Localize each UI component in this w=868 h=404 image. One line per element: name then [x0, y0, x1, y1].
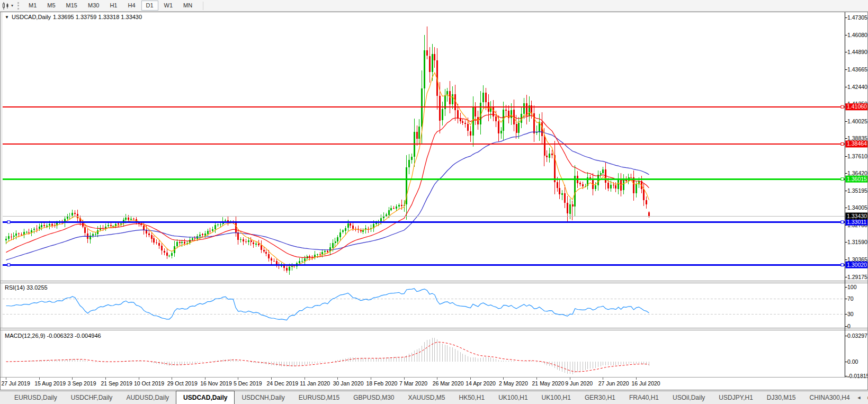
svg-text:16 Jul 2020: 16 Jul 2020: [631, 380, 660, 387]
hline-anchor-right-1.41060[interactable]: [841, 105, 844, 108]
svg-text:3 Sep 2019: 3 Sep 2019: [68, 380, 96, 387]
svg-text:1.46080: 1.46080: [847, 32, 867, 38]
tab-usdjpy-h1[interactable]: USDJPY,H1: [712, 391, 759, 404]
svg-text:11 Jan 2020: 11 Jan 2020: [300, 380, 330, 387]
price-tag-text: 1.36015: [847, 176, 867, 182]
chart-ohlc-readout: 1.33695 1.33759 1.33318 1.33430: [53, 14, 142, 20]
timeframe-button-m15[interactable]: M15: [61, 1, 82, 11]
svg-text:1.40025: 1.40025: [847, 118, 867, 124]
svg-text:0: 0: [847, 323, 851, 329]
tab-fra40-h1[interactable]: FRA40,H1: [622, 391, 666, 404]
svg-text:14 Apr 2020: 14 Apr 2020: [466, 380, 496, 387]
hline-anchor-right-1.36015[interactable]: [841, 178, 844, 181]
chart-window: 1.473051.460801.448901.436651.424401.412…: [0, 12, 868, 390]
hline-anchor-right-1.33011[interactable]: [841, 221, 844, 223]
chart-type-icon[interactable]: [1, 2, 11, 10]
hline-anchor-right-1.38464[interactable]: [841, 142, 844, 145]
svg-text:26 Mar 2020: 26 Mar 2020: [433, 380, 464, 387]
pane-splitter-2[interactable]: [1, 328, 867, 330]
svg-text:-0.018154: -0.018154: [847, 373, 868, 379]
svg-text:30 Jan 2020: 30 Jan 2020: [333, 380, 364, 387]
price-tag-text: 1.38464: [847, 140, 867, 147]
bottom-tabbar: EURUSD,DailyUSDCHF,DailyAUDUSD,DailyUSDC…: [0, 391, 868, 404]
svg-text:27 Jul 2019: 27 Jul 2019: [2, 380, 30, 387]
timeframe-button-h4[interactable]: H4: [123, 1, 140, 11]
tab-xauusd-m5[interactable]: XAUUSD,M5: [401, 391, 452, 404]
svg-text:1.42440: 1.42440: [847, 84, 867, 90]
chart-symbol-period: USDCAD,Daily: [12, 14, 51, 20]
svg-text:0.00: 0.00: [847, 358, 858, 365]
tab-usdcnh-daily[interactable]: USDCNH,Daily: [235, 391, 291, 404]
svg-text:100: 100: [847, 284, 857, 290]
svg-text:5 Dec 2019: 5 Dec 2019: [234, 380, 262, 387]
timeframe-toolbar: M1M5M15M30H1H4D1W1MN: [23, 1, 198, 11]
mt4-application: { "toolbar": { "dropdown_icon": "▾", "ti…: [0, 0, 868, 404]
tab-dj30-m15[interactable]: DJ30,M15: [760, 391, 803, 404]
svg-text:29 Oct 2019: 29 Oct 2019: [167, 380, 198, 387]
hline-anchor-left-1.30020[interactable]: [7, 264, 10, 266]
chart-title-dropdown-icon[interactable]: ▼: [5, 15, 9, 20]
svg-text:24 Dec 2019: 24 Dec 2019: [267, 380, 299, 387]
svg-text:21 May 2020: 21 May 2020: [532, 380, 565, 387]
timeframe-button-mn[interactable]: MN: [178, 1, 197, 11]
svg-text:15 Aug 2019: 15 Aug 2019: [34, 380, 66, 387]
price-tag-text: 1.33430: [847, 213, 867, 219]
svg-text:27 Jun 2020: 27 Jun 2020: [598, 380, 629, 387]
tab-hk50-h1[interactable]: HK50,H1: [452, 391, 492, 404]
tab-usoil-daily[interactable]: USOil,Daily: [666, 391, 712, 404]
tabbar-scroll-arrows: ◄ ►: [857, 391, 868, 404]
svg-text:1.43665: 1.43665: [847, 66, 867, 73]
chart-canvas[interactable]: 1.473051.460801.448901.436651.424401.412…: [0, 12, 868, 390]
timeframe-button-m5[interactable]: M5: [42, 1, 60, 11]
chart-title: ▼USDCAD,Daily1.33695 1.33759 1.33318 1.3…: [5, 14, 144, 20]
chart-type-dropdown-arrow[interactable]: ▾: [11, 3, 13, 8]
timeframe-button-w1[interactable]: W1: [159, 1, 178, 11]
svg-text:1.47305: 1.47305: [847, 14, 867, 21]
svg-text:1.37610: 1.37610: [847, 153, 867, 159]
toolbar-grip: [17, 2, 19, 10]
svg-text:1.31590: 1.31590: [847, 239, 867, 245]
tab-uk100-h1[interactable]: UK100,H1: [491, 391, 534, 404]
svg-text:18 Feb 2020: 18 Feb 2020: [366, 380, 397, 387]
timeframe-button-m1[interactable]: M1: [24, 1, 41, 11]
svg-text:21 Sep 2019: 21 Sep 2019: [101, 380, 132, 387]
tab-eurusd-m15[interactable]: EURUSD,M15: [292, 391, 346, 404]
toolbar-separator: [203, 2, 203, 10]
svg-text:0.032972: 0.032972: [847, 333, 868, 339]
timeframe-button-d1[interactable]: D1: [141, 1, 158, 11]
svg-text:1.35195: 1.35195: [847, 187, 867, 194]
price-tag-text: 1.33011: [847, 219, 866, 225]
svg-text:1.44890: 1.44890: [847, 49, 867, 55]
svg-text:2 May 2020: 2 May 2020: [499, 380, 528, 387]
svg-text:30: 30: [847, 311, 854, 317]
svg-text:9 Jun 2020: 9 Jun 2020: [565, 380, 593, 387]
svg-text:16 Nov 2019: 16 Nov 2019: [200, 380, 232, 387]
price-tag-text: 1.30020: [847, 262, 867, 268]
tab-audusd-daily[interactable]: AUDUSD,Daily: [119, 391, 176, 404]
macd-indicator-label: MACD(12,26,9) -0.006323 -0.004946: [5, 333, 101, 339]
tab-eurusd-daily[interactable]: EURUSD,Daily: [7, 391, 64, 404]
tab-usdcad-daily[interactable]: USDCAD,Daily: [176, 391, 235, 404]
tab-china300-h4[interactable]: CHINA300,H4: [803, 391, 857, 404]
svg-text:1.29175: 1.29175: [847, 274, 867, 280]
timeframe-button-h1[interactable]: H1: [105, 1, 122, 11]
hline-anchor-right-1.30020[interactable]: [841, 264, 844, 266]
toolbar: ▾ M1M5M15M30H1H4D1W1MN: [0, 0, 868, 12]
svg-text:7 Mar 2020: 7 Mar 2020: [399, 380, 427, 387]
svg-text:70: 70: [847, 295, 854, 302]
tabbar-scroll-left-icon[interactable]: ◄: [857, 395, 862, 400]
hline-anchor-left-1.33011[interactable]: [7, 221, 10, 223]
tab-uk100-h1[interactable]: UK100,H1: [535, 391, 578, 404]
svg-text:10 Oct 2019: 10 Oct 2019: [134, 380, 164, 387]
price-tag-text: 1.41060: [847, 103, 867, 110]
tab-usdchf-daily[interactable]: USDCHF,Daily: [64, 391, 120, 404]
pane-splitter-1[interactable]: [1, 281, 867, 283]
rsi-indicator-label: RSI(14) 33.0255: [5, 284, 48, 291]
tab-gbpusd-m30[interactable]: GBPUSD,M30: [346, 391, 401, 404]
timeframe-button-m30[interactable]: M30: [83, 1, 104, 11]
svg-text:1.34005: 1.34005: [847, 204, 867, 211]
tab-ger30-h1[interactable]: GER30,H1: [578, 391, 622, 404]
chart-background: [0, 12, 868, 390]
